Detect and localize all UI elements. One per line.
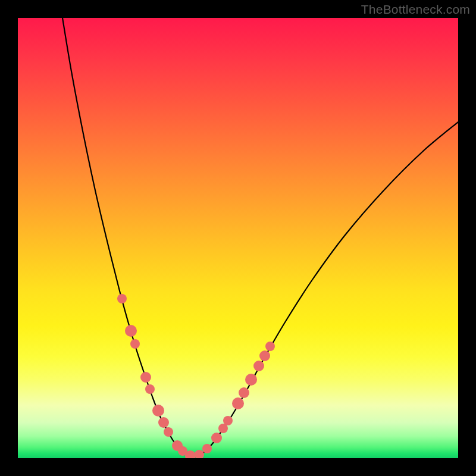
data-dot xyxy=(158,417,169,428)
data-dot xyxy=(117,294,127,303)
data-dot xyxy=(202,444,212,453)
data-dot xyxy=(232,397,244,409)
data-dot xyxy=(211,433,222,443)
data-dot xyxy=(145,384,155,394)
chart-frame: TheBottleneck.com xyxy=(0,0,476,476)
left-curve xyxy=(62,18,193,457)
data-dot xyxy=(253,361,264,371)
data-dot xyxy=(245,374,257,386)
plot-area xyxy=(18,18,458,458)
data-dot xyxy=(140,372,151,383)
dot-group xyxy=(117,294,275,458)
data-dot xyxy=(223,416,233,425)
data-dot xyxy=(152,405,164,416)
data-dot xyxy=(265,342,275,351)
data-dot xyxy=(130,339,140,349)
data-dot xyxy=(125,325,137,337)
data-dot xyxy=(164,427,173,437)
data-dot xyxy=(259,350,270,361)
data-dot xyxy=(195,450,204,458)
watermark-text: TheBottleneck.com xyxy=(361,2,470,17)
curves-svg xyxy=(18,18,458,458)
curve-group xyxy=(62,18,458,457)
data-dot xyxy=(239,387,249,398)
